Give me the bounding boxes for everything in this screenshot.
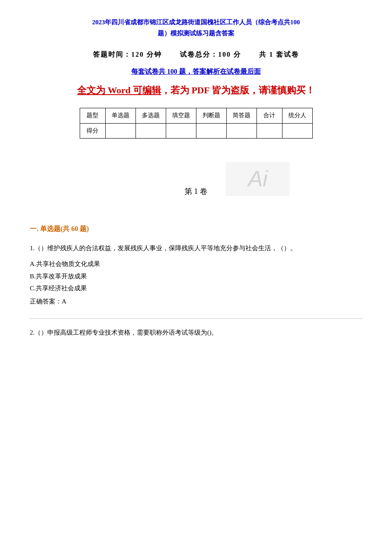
score-table-wrapper: 题型 单选题 多选题 填空题 判断题 简答题 合计 统分人 得分 (30, 108, 362, 139)
warning-rest: ，若为 PDF 皆为盗版，请谨慎购买！ (161, 85, 315, 95)
col-header-1: 单选题 (105, 108, 135, 123)
warning-editable: 全文为 Word 可编辑 (77, 85, 161, 95)
row-label: 得分 (80, 123, 105, 138)
col-header-2: 多选题 (135, 108, 166, 123)
row-val-1 (135, 123, 166, 138)
question-1-options: A.共享社会物质文化成果 B.共享改革开放成果 C.共享经济社会成果 (30, 258, 362, 295)
score-table: 题型 单选题 多选题 填空题 判断题 简答题 合计 统分人 得分 (80, 108, 313, 139)
page-title: 2023年四川省成都市锦江区成龙路街道国槐社区工作人员（综合考点共100 题）模… (30, 17, 362, 39)
per-set-note: 每套试卷共 100 题，答案解析在试卷最后面 (30, 66, 362, 77)
question-1-answer: 正确答案：A (30, 296, 362, 306)
exam-total: 试卷总分：100 分 (180, 51, 241, 58)
question-1-text: 1.（）维护残疾人的合法权益，发展残疾人事业，保障残疾人平等地充分参与社会生活，… (30, 243, 362, 254)
col-header-7: 统分人 (282, 108, 312, 123)
exam-sets: 共 1 套试卷 (259, 51, 299, 58)
col-header-3: 填空题 (166, 108, 196, 123)
option-1-a: A.共享社会物质文化成果 (30, 258, 362, 270)
row-val-0 (105, 123, 135, 138)
table-data-row: 得分 (80, 123, 312, 138)
volume-label: 第 1 卷 (30, 185, 362, 198)
row-val-6 (282, 123, 312, 138)
row-val-4 (226, 123, 257, 138)
question-1: 1.（）维护残疾人的合法权益，发展残疾人事业，保障残疾人平等地充分参与社会生活，… (30, 243, 362, 306)
row-val-3 (196, 123, 226, 138)
row-val-2 (166, 123, 196, 138)
spacer-1 (30, 151, 362, 185)
exam-time: 答题时间：120 分钟 (93, 51, 162, 58)
divider-1 (30, 318, 362, 319)
section-title: 一. 单选题(共 60 题) (30, 223, 362, 234)
option-1-c: C.共享经济社会成果 (30, 282, 362, 295)
exam-info-line: 答题时间：120 分钟 试卷总分：100 分 共 1 套试卷 (30, 49, 362, 60)
col-header-5: 简答题 (226, 108, 257, 123)
warning-text: 全文为 Word 可编辑，若为 PDF 皆为盗版，请谨慎购买！ (30, 83, 362, 98)
table-header-row: 题型 单选题 多选题 填空题 判断题 简答题 合计 统分人 (80, 108, 312, 123)
col-header-0: 题型 (80, 108, 105, 123)
question-2-text: 2.（）申报高级工程师专业技术资格，需要职称外语考试等级为()。 (30, 327, 362, 338)
col-header-4: 判断题 (196, 108, 226, 123)
row-val-5 (257, 123, 282, 138)
col-header-6: 合计 (257, 108, 282, 123)
question-2: 2.（）申报高级工程师专业技术资格，需要职称外语考试等级为()。 (30, 327, 362, 338)
option-1-b: B.共享改革开放成果 (30, 270, 362, 283)
